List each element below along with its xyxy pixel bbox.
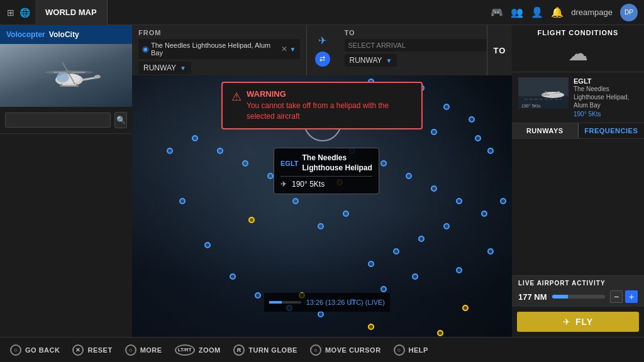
grid-icon[interactable]: ⊞	[5, 7, 16, 18]
from-input[interactable]: ◉ The Needles Lighthouse Helipad, Alum B…	[138, 39, 300, 59]
to-input-row: SELECT ARRIVAL ▼	[345, 39, 506, 52]
bottom-bar: ○ GO BACK ✕ RESET ○ MORE LT/RT ZOOM R TU…	[0, 337, 644, 362]
people-icon[interactable]: 👥	[511, 6, 523, 18]
svg-text:190° 5Kts: 190° 5Kts	[521, 104, 541, 108]
more-action[interactable]: ○ MORE	[125, 344, 162, 356]
from-airport-text: The Needles Lighthouse Helipad, Alum Bay	[151, 41, 279, 57]
move-cursor-label: MOVE CURSOR	[325, 346, 381, 354]
live-airport-activity: LIVE AIRPORT ACTIVITY 177 NM − +	[512, 275, 644, 307]
world-map-tab[interactable]: WORLD MAP	[35, 0, 108, 25]
flight-conditions-section: FLIGHT CONDITIONS ☁	[512, 25, 644, 72]
right-sidebar: FLIGHT CONDITIONS ☁ 190° 5Kts EGLT The N…	[512, 25, 644, 337]
to-label: TO	[345, 29, 506, 36]
from-runway-arrow-icon: ▼	[180, 65, 186, 72]
tab-runways[interactable]: RUNWAYS	[512, 123, 579, 138]
aircraft-name: VoloCity	[49, 30, 79, 39]
fly-label: FLY	[575, 317, 593, 327]
aircraft-header: Volocopter VoloCity	[0, 25, 132, 44]
more-badge: ○	[125, 344, 136, 356]
search-icon: 🔍	[116, 116, 126, 124]
warning-triangle-icon: ⚠	[231, 90, 242, 104]
time-progress-bar	[269, 301, 301, 304]
warning-message: You cannot take off from a helipad with …	[247, 101, 413, 122]
aircraft-photo	[0, 44, 132, 107]
fly-plane-icon: ✈	[563, 317, 570, 327]
svg-point-11	[45, 70, 93, 74]
reset-action[interactable]: ✕ RESET	[72, 344, 112, 356]
from-clear-icon[interactable]: ✕	[281, 45, 287, 53]
to-section-label: TO	[487, 25, 512, 75]
nm-controls: − +	[610, 290, 638, 303]
help-label: HELP	[409, 346, 428, 354]
to-section: TO SELECT ARRIVAL ▼ RUNWAY ▼	[338, 25, 513, 75]
go-back-action[interactable]: ○ GO BACK	[10, 344, 60, 356]
nm-value: 177 NM	[518, 292, 547, 302]
from-section: FROM ◉ The Needles Lighthouse Helipad, A…	[132, 25, 307, 75]
bell-icon[interactable]: 🔔	[551, 6, 564, 18]
swap-button[interactable]: ⇄	[315, 52, 330, 67]
turn-globe-badge: R	[233, 344, 245, 356]
person-icon[interactable]: 👤	[531, 6, 543, 18]
to-text: TO	[494, 46, 506, 55]
tabs-row: RUNWAYS FREQUENCIES	[512, 123, 644, 139]
zoom-action[interactable]: LT/RT ZOOM	[175, 344, 221, 356]
fly-button[interactable]: ✈ FLY	[517, 312, 639, 332]
airport-details: EGLT The Needles Lighthouse Helipad, Alu…	[574, 77, 638, 118]
from-input-row: ◉ The Needles Lighthouse Helipad, Alum B…	[138, 39, 300, 59]
left-sidebar: Volocopter VoloCity	[0, 25, 132, 337]
tooltip-airport-code: EGLT	[280, 160, 299, 167]
aircraft-illustration	[22, 53, 110, 97]
nm-progress-bar	[552, 295, 605, 299]
route-bar: FROM ◉ The Needles Lighthouse Helipad, A…	[132, 25, 512, 75]
nm-increase-button[interactable]: +	[625, 290, 638, 303]
search-button[interactable]: 🔍	[114, 112, 127, 128]
tooltip-header: EGLT The NeedlesLighthouse Helipad	[280, 153, 372, 173]
weather-icon: ☁	[568, 41, 588, 65]
reset-badge: ✕	[72, 344, 84, 356]
help-badge: ○	[394, 344, 405, 356]
nm-row: 177 NM − +	[518, 290, 638, 303]
move-cursor-action[interactable]: ○ MOVE CURSOR	[310, 344, 381, 356]
warning-title: WARNING	[247, 89, 413, 99]
to-runway-row: RUNWAY ▼	[345, 54, 506, 67]
swap-icon: ⇄	[319, 55, 325, 63]
help-action[interactable]: ○ HELP	[394, 344, 428, 356]
to-runway-selector[interactable]: RUNWAY ▼	[345, 54, 397, 67]
warning-box: ⚠ WARNING You cannot take off from a hel…	[221, 82, 423, 129]
reset-label: RESET	[87, 346, 112, 354]
to-input[interactable]: SELECT ARRIVAL ▼	[345, 39, 506, 52]
tab-frequencies[interactable]: FREQUENCIES	[579, 123, 645, 138]
tooltip-airport-name: The NeedlesLighthouse Helipad	[303, 153, 372, 173]
zoom-label: ZOOM	[199, 346, 221, 354]
move-cursor-badge: ○	[310, 344, 321, 356]
search-box: 🔍	[0, 107, 132, 134]
wind-icon: ✈	[280, 180, 287, 189]
joystick-icon[interactable]: 🎮	[491, 6, 503, 18]
globe-icon[interactable]: 🌐	[19, 7, 30, 18]
to-placeholder-text: SELECT ARRIVAL	[348, 41, 494, 49]
airport-name-text: The Needles Lighthouse Helipad, Alum Bay	[574, 85, 638, 109]
from-location-icon: ◉	[142, 45, 148, 53]
airport-wind: 190° 5Kts	[574, 111, 638, 118]
zoom-badge: LT/RT	[175, 344, 195, 356]
time-progress-fill	[269, 301, 282, 304]
tooltip-wind-row: ✈ 190° 5Kts	[280, 180, 372, 189]
airport-search-input[interactable]	[5, 112, 111, 128]
tooltip-divider	[280, 176, 372, 177]
swap-section: ✈ ⇄	[307, 25, 338, 75]
from-runway-row: RUNWAY ▼	[138, 62, 300, 74]
from-runway-label: RUNWAY	[143, 63, 176, 72]
go-back-badge: ○	[10, 344, 21, 356]
nm-decrease-button[interactable]: −	[610, 290, 623, 303]
time-bar: 13:26 (13:26 UTC) (LIVE)	[264, 293, 390, 312]
aircraft-image	[0, 44, 132, 107]
from-dropdown-icon[interactable]: ▼	[290, 46, 296, 53]
svg-point-4	[94, 75, 101, 79]
turn-globe-action[interactable]: R TURN GLOBE	[233, 344, 297, 356]
user-avatar: DP	[620, 4, 638, 21]
from-runway-selector[interactable]: RUNWAY ▼	[138, 62, 191, 74]
topbar-right: 🎮 👥 👤 🔔 dreampage DP	[491, 4, 644, 21]
warning-content: WARNING You cannot take off from a helip…	[247, 89, 413, 122]
tooltip-wind-value: 190° 5Kts	[292, 180, 325, 189]
world-map-label: WORLD MAP	[45, 8, 97, 17]
